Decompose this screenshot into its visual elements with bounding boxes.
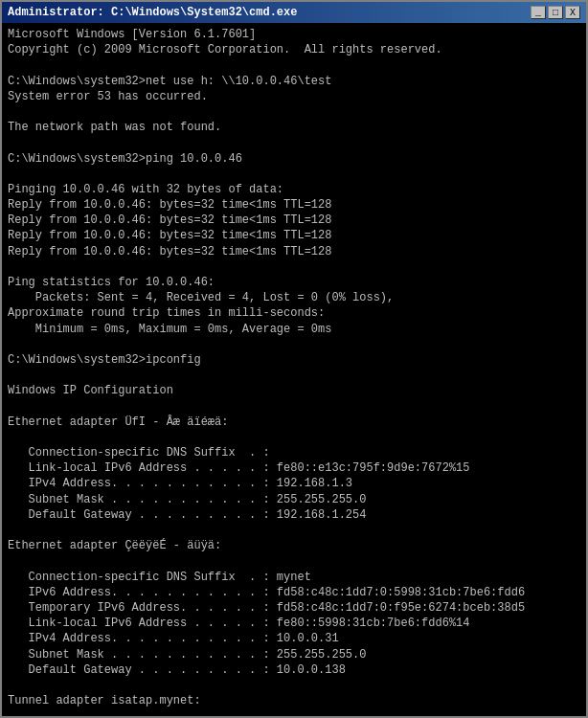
title-bar: Administrator: C:\Windows\System32\cmd.e… (2, 2, 586, 23)
maximize-button[interactable]: □ (548, 6, 563, 19)
window-controls: _ □ X (531, 6, 580, 19)
cmd-window: Administrator: C:\Windows\System32\cmd.e… (0, 0, 588, 718)
window-title: Administrator: C:\Windows\System32\cmd.e… (8, 6, 297, 19)
close-button[interactable]: X (565, 6, 580, 19)
minimize-button[interactable]: _ (531, 6, 546, 19)
console-output: Microsoft Windows [Version 6.1.7601] Cop… (2, 23, 586, 716)
